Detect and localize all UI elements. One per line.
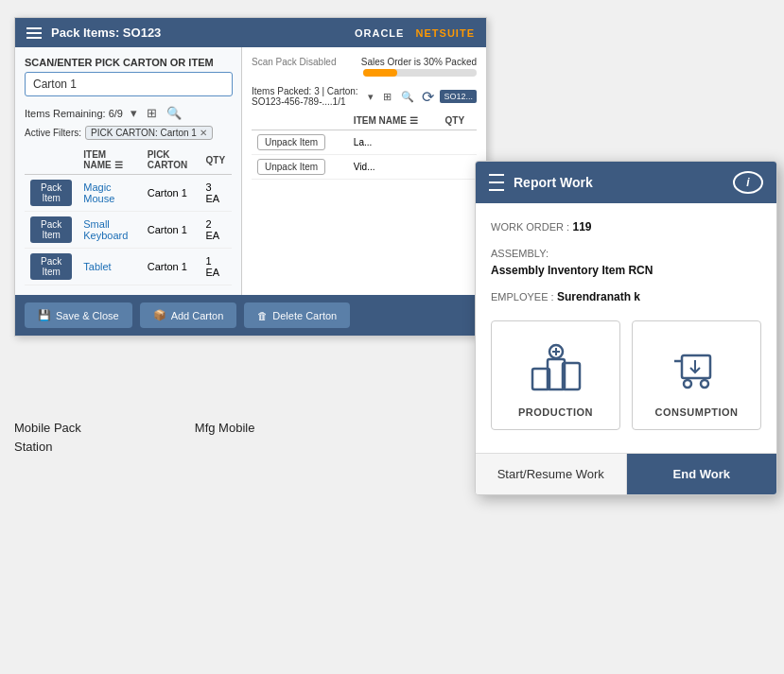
right-panel-icons: ▾ ⊞ 🔍 ⟳ SO12... — [366, 88, 477, 106]
carton-cell: Carton 1 — [142, 175, 200, 212]
so-ref: SO12... — [440, 90, 477, 103]
table-row: Pack Item Tablet Carton 1 1 EA — [25, 249, 232, 285]
scan-label: SCAN/ENTER PICK CARTON OR ITEM — [25, 57, 232, 68]
right-panel: Scan Pack Disabled Sales Order is 30% Pa… — [242, 47, 486, 295]
right-search-icon[interactable]: 🔍 — [399, 89, 416, 105]
bottom-bar: 💾 Save & Close 📦 Add Carton 🗑 Delete Car… — [15, 295, 486, 336]
qty-cell — [440, 130, 477, 155]
qty-cell: 2 EA — [200, 212, 232, 249]
progress-bar-bg — [363, 69, 477, 77]
pack-header: Pack Items: SO123 ORACLE NETSUITE — [15, 18, 486, 47]
end-work-button[interactable]: End Work — [627, 454, 777, 494]
save-icon: 💾 — [38, 309, 51, 321]
scan-pack-disabled: Scan Pack Disabled — [252, 57, 337, 67]
col-header-qty: QTY — [200, 146, 232, 175]
right-grid-icon[interactable]: ⊞ — [381, 89, 393, 105]
right-col-item: ITEM NAME ☰ — [348, 112, 440, 130]
pack-item-button[interactable]: Pack Item — [30, 253, 72, 280]
delete-carton-icon: 🗑 — [257, 310, 268, 321]
employee-field: EMPLOYEE : Surendranath k — [491, 288, 761, 305]
progress-section: Sales Order is 30% Packed — [361, 57, 477, 77]
items-remaining: Items Remaining: 6/9 ▾ ⊞ 🔍 — [25, 104, 232, 122]
table-row: Unpack Item Vid... — [252, 155, 477, 180]
save-close-button[interactable]: 💾 Save & Close — [25, 302, 132, 328]
pack-items-window: Pack Items: SO123 ORACLE NETSUITE SCAN/E… — [14, 17, 487, 337]
assembly-field: ASSEMBLY: Assembly Inventory Item RCN — [491, 245, 761, 279]
grid-icon[interactable]: ⊞ — [145, 104, 159, 122]
table-row: Pack Item Magic Mouse Carton 1 3 EA — [25, 175, 232, 212]
carton-cell: Carton 1 — [142, 249, 200, 285]
production-icon — [528, 340, 584, 397]
unpack-item-button[interactable]: Unpack Item — [257, 134, 325, 150]
item-link[interactable]: Tablet — [83, 261, 111, 272]
right-items-table: ITEM NAME ☰ QTY Unpack Item La... Unpack… — [252, 112, 477, 180]
refresh-icon[interactable]: ⟳ — [422, 88, 434, 106]
left-panel: SCAN/ENTER PICK CARTON OR ITEM Items Rem… — [15, 47, 242, 295]
remove-filter[interactable]: ✕ — [200, 128, 207, 138]
svg-point-9 — [701, 380, 708, 388]
production-card[interactable]: PRODUCTION — [491, 320, 620, 430]
items-packed-label: Items Packed: 3 | Carton: SO123-456-789-… — [252, 86, 366, 107]
qty-cell — [440, 155, 477, 180]
qty-cell: 3 EA — [200, 175, 232, 212]
modal-title: Report Work — [514, 175, 593, 190]
pack-item-button[interactable]: Pack Item — [30, 216, 72, 243]
col-header-carton: PICK CARTON — [142, 146, 200, 175]
right-col-action — [252, 112, 348, 130]
delete-carton-button[interactable]: 🗑 Delete Carton — [244, 302, 350, 328]
scan-input[interactable] — [25, 72, 233, 96]
carton-cell: Carton 1 — [142, 212, 200, 249]
item-name-cell: Vid... — [348, 155, 440, 180]
pack-item-button[interactable]: Pack Item — [30, 180, 72, 206]
modal-body: WORK ORDER : 119 ASSEMBLY: Assembly Inve… — [476, 203, 776, 449]
col-header-item: ITEM NAME ☰ — [78, 146, 141, 175]
action-cards: PRODUCTION CONSUMPTION — [491, 320, 761, 430]
consumption-card[interactable]: CONSUMPTION — [632, 320, 761, 430]
work-order-field: WORK ORDER : 119 — [491, 218, 761, 235]
progress-bar-fill — [363, 69, 397, 77]
production-label: PRODUCTION — [518, 406, 593, 418]
add-carton-button[interactable]: 📦 Add Carton — [140, 302, 237, 328]
consumption-label: CONSUMPTION — [655, 406, 739, 418]
modal-footer: Start/Resume Work End Work — [476, 453, 776, 494]
main-content: SCAN/ENTER PICK CARTON OR ITEM Items Rem… — [15, 47, 486, 295]
active-filters: Active Filters: PICK CARTON: Carton 1 ✕ — [25, 126, 232, 140]
netsuite-logo: ORACLE NETSUITE — [355, 27, 475, 39]
mfg-mobile-label: Mfg Mobile — [195, 419, 255, 456]
hamburger-menu[interactable] — [26, 27, 42, 39]
item-link[interactable]: Small Keyboard — [83, 218, 128, 241]
left-items-table: ITEM NAME ☰ PICK CARTON QTY Pack Item Ma… — [25, 146, 232, 285]
filter-icon[interactable]: ▾ — [129, 104, 139, 122]
table-row: Unpack Item La... — [252, 130, 477, 155]
unpack-item-button[interactable]: Unpack Item — [257, 159, 325, 175]
add-carton-icon: 📦 — [153, 309, 166, 321]
right-top: Scan Pack Disabled Sales Order is 30% Pa… — [252, 57, 477, 80]
start-resume-button[interactable]: Start/Resume Work — [476, 454, 627, 494]
col-header-action — [25, 146, 78, 175]
search-icon[interactable]: 🔍 — [165, 104, 183, 122]
right-filter-icon[interactable]: ▾ — [366, 89, 375, 105]
modal-hamburger[interactable] — [489, 174, 504, 191]
item-name-cell: La... — [348, 130, 440, 155]
svg-point-8 — [684, 380, 691, 388]
info-icon-btn[interactable]: i — [733, 171, 763, 194]
filter-tag: PICK CARTON: Carton 1 ✕ — [85, 126, 213, 140]
qty-cell: 1 EA — [200, 249, 232, 285]
modal-header: Report Work i — [476, 162, 776, 203]
consumption-icon — [669, 340, 725, 397]
right-col-qty: QTY — [440, 112, 477, 130]
pack-window-title: Pack Items: SO123 — [51, 26, 161, 40]
item-link[interactable]: Magic Mouse — [83, 181, 114, 204]
mobile-pack-station-label: Mobile PackStation — [14, 419, 81, 456]
report-work-modal: Report Work i WORK ORDER : 119 ASSEMBLY:… — [475, 161, 777, 495]
table-row: Pack Item Small Keyboard Carton 1 2 EA — [25, 212, 232, 249]
caption-labels: Mobile PackStation Mfg Mobile — [14, 419, 254, 456]
progress-label: Sales Order is 30% Packed — [361, 57, 477, 67]
